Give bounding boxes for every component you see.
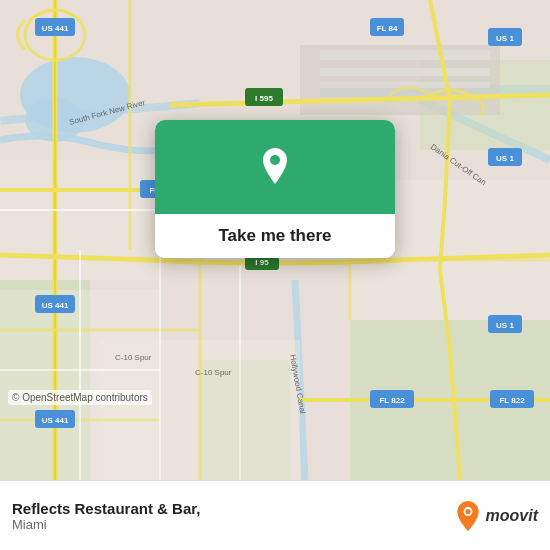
svg-text:US 1: US 1 [496, 34, 514, 43]
map-container: US 441 US 441 US 441 US 1 US 1 US 1 FL 8… [0, 0, 550, 480]
place-info: Reflects Restaurant & Bar, Miami [12, 500, 200, 532]
take-me-there-button[interactable]: Take me there [155, 214, 395, 258]
svg-text:C-10 Spur: C-10 Spur [115, 353, 152, 362]
card-overlay: Take me there [155, 120, 395, 258]
moovit-logo[interactable]: moovit [454, 500, 538, 532]
location-pin-icon [253, 144, 297, 188]
copyright-text: © OpenStreetMap contributors [8, 390, 152, 405]
svg-text:US 1: US 1 [496, 321, 514, 330]
place-name: Reflects Restaurant & Bar, [12, 500, 200, 517]
svg-point-63 [270, 155, 280, 165]
svg-rect-10 [320, 50, 490, 60]
bottom-bar: Reflects Restaurant & Bar, Miami moovit [0, 480, 550, 550]
svg-text:US 441: US 441 [42, 24, 69, 33]
moovit-text: moovit [486, 507, 538, 525]
card-green-section [155, 120, 395, 214]
svg-text:US 441: US 441 [42, 301, 69, 310]
place-city: Miami [12, 517, 200, 532]
svg-text:I 595: I 595 [255, 94, 273, 103]
svg-text:US 441: US 441 [42, 416, 69, 425]
svg-text:FL 822: FL 822 [499, 396, 525, 405]
svg-text:FL 822: FL 822 [379, 396, 405, 405]
svg-text:I 95: I 95 [255, 258, 269, 267]
svg-text:FL 84: FL 84 [377, 24, 398, 33]
svg-text:C-10 Spur: C-10 Spur [195, 368, 232, 377]
moovit-pin-icon [454, 500, 482, 532]
svg-rect-11 [320, 68, 490, 76]
svg-point-65 [465, 508, 470, 513]
svg-text:US 1: US 1 [496, 154, 514, 163]
